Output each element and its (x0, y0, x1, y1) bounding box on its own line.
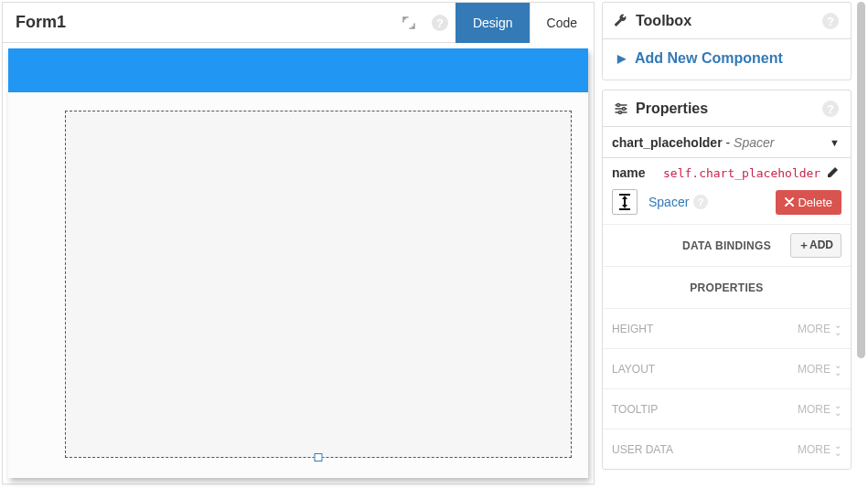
property-user-data[interactable]: USER DATA MORE⌄⌄ (603, 429, 851, 469)
add-label: ADD (809, 239, 833, 251)
component-type-link[interactable]: Spacer (648, 195, 689, 209)
form-canvas[interactable] (8, 48, 588, 478)
name-value: self.chart_placeholder (663, 166, 820, 180)
svg-point-9 (619, 111, 622, 113)
spacer-type-icon (612, 189, 638, 215)
property-label: LAYOUT (612, 363, 655, 376)
tab-design[interactable]: Design (455, 3, 530, 43)
svg-text:?: ? (827, 15, 834, 28)
add-new-component[interactable]: ▶ Add New Component (603, 39, 851, 80)
sliders-icon (612, 101, 630, 116)
designer-header: Form1 ? Design Code (3, 3, 594, 43)
properties-section: PROPERTIES (603, 266, 851, 308)
chevron-down-icon: ▼ (830, 137, 840, 148)
property-height[interactable]: HEIGHT MORE⌄⌄ (603, 308, 851, 348)
double-chevron-down-icon: ⌄⌄ (834, 322, 841, 336)
svg-text:?: ? (698, 196, 704, 207)
resize-handle-bottom[interactable] (315, 453, 323, 461)
data-bindings-section: DATA BINDINGS ＋ADD (603, 224, 851, 266)
right-sidebar: Toolbox ? ▶ Add New Component Properties… (595, 0, 868, 488)
double-chevron-down-icon: ⌄⌄ (834, 362, 841, 377)
help-icon[interactable]: ? (821, 12, 840, 30)
canvas-area (3, 43, 594, 483)
properties-panel: Properties ? chart_placeholder - Spacer … (602, 90, 852, 470)
add-binding-button[interactable]: ＋ADD (790, 233, 841, 258)
tab-design-label: Design (473, 16, 513, 30)
data-bindings-title: DATA BINDINGS (682, 239, 771, 252)
toolbox-title: Toolbox (636, 13, 691, 29)
tab-code-label: Code (547, 16, 577, 30)
property-tooltip[interactable]: TOOLTIP MORE⌄⌄ (603, 388, 851, 429)
selected-component-dropdown[interactable]: chart_placeholder - Spacer ▼ (603, 127, 851, 158)
property-label: HEIGHT (612, 323, 653, 335)
property-layout[interactable]: LAYOUT MORE⌄⌄ (603, 348, 851, 388)
svg-marker-16 (622, 205, 627, 208)
selected-component-type: Spacer (734, 135, 774, 150)
more-toggle: MORE⌄⌄ (798, 362, 841, 377)
help-icon[interactable]: ? (821, 100, 840, 118)
add-new-component-label: Add New Component (635, 50, 783, 67)
double-chevron-down-icon: ⌄⌄ (834, 442, 841, 457)
chart-placeholder-spacer[interactable] (65, 111, 572, 458)
properties-header: Properties ? (603, 90, 851, 127)
component-type-row: Spacer ? Delete (603, 186, 851, 224)
delete-label: Delete (798, 196, 832, 209)
property-label: USER DATA (612, 443, 673, 456)
expand-icon[interactable] (393, 3, 424, 43)
designer-panel: Form1 ? Design Code (2, 2, 595, 484)
scrollbar[interactable] (857, 2, 865, 358)
svg-marker-15 (622, 196, 627, 199)
toolbox-header: Toolbox ? (603, 3, 851, 39)
help-icon[interactable]: ? (692, 194, 709, 210)
caret-right-icon: ▶ (617, 52, 626, 65)
name-property-row: name self.chart_placeholder (603, 158, 851, 186)
form-title: Form1 (3, 13, 393, 32)
more-toggle: MORE⌄⌄ (798, 402, 841, 417)
more-toggle: MORE⌄⌄ (798, 322, 841, 336)
selected-component-name: chart_placeholder (612, 135, 723, 150)
wrench-icon (612, 14, 630, 28)
tab-code[interactable]: Code (530, 3, 594, 43)
svg-text:?: ? (827, 102, 834, 116)
name-label: name (612, 165, 663, 180)
toolbox-panel: Toolbox ? ▶ Add New Component (602, 2, 852, 80)
delete-button[interactable]: Delete (776, 190, 841, 215)
double-chevron-down-icon: ⌄⌄ (834, 402, 841, 417)
svg-point-7 (617, 103, 620, 106)
plus-icon: ＋ (798, 239, 809, 251)
svg-point-8 (623, 107, 626, 110)
edit-name-button[interactable] (826, 166, 839, 179)
properties-section-title: PROPERTIES (690, 281, 763, 294)
help-icon[interactable]: ? (424, 3, 455, 43)
property-label: TOOLTIP (612, 403, 658, 416)
svg-text:?: ? (436, 16, 444, 30)
properties-title: Properties (636, 101, 708, 117)
title-bar-component[interactable] (8, 48, 588, 92)
more-toggle: MORE⌄⌄ (798, 442, 841, 457)
close-icon (785, 197, 794, 207)
